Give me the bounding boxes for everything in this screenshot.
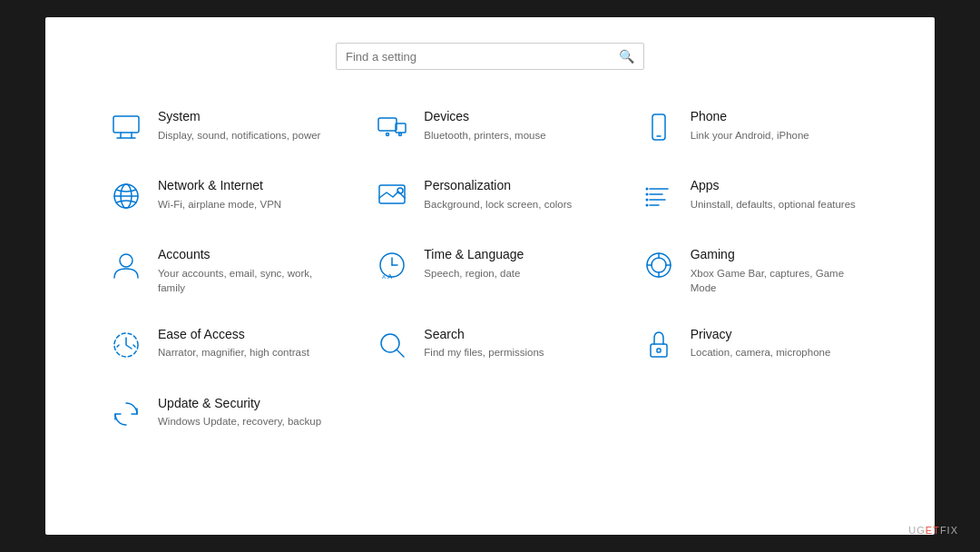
setting-item-time[interactable]: AA Time & Language Speech, region, date [366, 235, 613, 306]
settings-window: 🔍 System Display, sound, notifications, … [45, 17, 935, 535]
setting-item-apps[interactable]: Apps Uninstall, defaults, optional featu… [632, 166, 880, 226]
gaming-icon [640, 246, 678, 284]
setting-item-accounts[interactable]: Accounts Your accounts, email, sync, wor… [100, 235, 348, 306]
accounts-icon [107, 246, 145, 284]
setting-title-system: System [158, 108, 320, 126]
svg-rect-38 [651, 344, 667, 357]
svg-rect-39 [657, 349, 661, 352]
search-bar[interactable]: 🔍 [336, 43, 644, 70]
setting-title-ease: Ease of Access [158, 326, 309, 344]
setting-desc-update: Windows Update, recovery, backup [158, 414, 321, 429]
devices-icon [373, 108, 411, 146]
setting-title-personalization: Personalization [424, 177, 572, 195]
setting-desc-apps: Uninstall, defaults, optional features [691, 197, 856, 212]
setting-title-network: Network & Internet [158, 177, 281, 195]
privacy-icon [640, 326, 678, 364]
setting-title-time: Time & Language [424, 246, 524, 264]
personalization-icon [373, 177, 411, 215]
search-input[interactable] [346, 50, 619, 64]
setting-item-search[interactable]: Search Find my files, permissions [366, 315, 613, 375]
setting-title-update: Update & Security [158, 395, 321, 413]
setting-item-ease[interactable]: Ease of Access Narrator, magnifier, high… [100, 315, 348, 375]
setting-title-accounts: Accounts [158, 246, 339, 264]
setting-desc-privacy: Location, camera, microphone [691, 345, 831, 360]
setting-text-network: Network & Internet Wi-Fi, airplane mode,… [158, 177, 281, 212]
network-icon [107, 177, 145, 215]
setting-text-gaming: Gaming Xbox Game Bar, captures, Game Mod… [691, 246, 872, 295]
svg-text:A: A [387, 272, 393, 281]
svg-text:A: A [382, 274, 386, 280]
setting-desc-system: Display, sound, notifications, power [158, 128, 320, 143]
setting-title-phone: Phone [691, 108, 809, 126]
svg-point-19 [645, 188, 648, 191]
setting-desc-time: Speech, region, date [424, 266, 524, 281]
setting-text-system: System Display, sound, notifications, po… [158, 108, 320, 143]
setting-item-privacy[interactable]: Privacy Location, camera, microphone [632, 315, 880, 375]
setting-desc-personalization: Background, lock screen, colors [424, 197, 572, 212]
setting-item-network[interactable]: Network & Internet Wi-Fi, airplane mode,… [100, 166, 348, 226]
setting-text-personalization: Personalization Background, lock screen,… [424, 177, 572, 212]
branding: UGETFIX [908, 525, 958, 536]
ease-icon [107, 326, 145, 364]
setting-title-privacy: Privacy [691, 326, 831, 344]
setting-text-time: Time & Language Speech, region, date [424, 246, 524, 281]
update-icon [107, 395, 145, 433]
setting-text-devices: Devices Bluetooth, printers, mouse [424, 108, 545, 143]
setting-desc-accounts: Your accounts, email, sync, work, family [158, 266, 339, 295]
system-icon [107, 108, 145, 146]
svg-point-7 [399, 133, 402, 136]
search-icon [373, 326, 411, 364]
settings-grid: System Display, sound, notifications, po… [100, 97, 880, 444]
svg-point-20 [645, 193, 648, 196]
setting-desc-network: Wi-Fi, airplane mode, VPN [158, 197, 281, 212]
setting-item-system[interactable]: System Display, sound, notifications, po… [100, 97, 348, 157]
setting-text-update: Update & Security Windows Update, recove… [158, 395, 321, 429]
phone-icon [640, 108, 678, 146]
setting-text-search: Search Find my files, permissions [424, 326, 544, 360]
setting-desc-search: Find my files, permissions [424, 345, 544, 360]
setting-item-personalization[interactable]: Personalization Background, lock screen,… [366, 166, 613, 226]
setting-desc-devices: Bluetooth, printers, mouse [424, 128, 545, 143]
setting-title-search: Search [424, 326, 544, 344]
setting-title-gaming: Gaming [691, 246, 872, 264]
search-icon: 🔍 [619, 49, 634, 64]
svg-point-23 [120, 254, 132, 267]
svg-point-22 [645, 204, 648, 207]
setting-item-gaming[interactable]: Gaming Xbox Game Bar, captures, Game Mod… [632, 235, 880, 306]
svg-line-37 [397, 350, 404, 357]
setting-title-apps: Apps [691, 177, 856, 195]
svg-rect-0 [113, 116, 139, 133]
svg-point-30 [652, 258, 666, 272]
setting-text-accounts: Accounts Your accounts, email, sync, wor… [158, 246, 339, 295]
setting-text-phone: Phone Link your Android, iPhone [691, 108, 809, 143]
setting-title-devices: Devices [424, 108, 545, 126]
setting-text-apps: Apps Uninstall, defaults, optional featu… [691, 177, 856, 212]
apps-icon [640, 177, 678, 215]
setting-desc-phone: Link your Android, iPhone [691, 128, 809, 143]
svg-point-6 [387, 133, 389, 136]
setting-item-phone[interactable]: Phone Link your Android, iPhone [632, 97, 880, 157]
svg-rect-4 [378, 118, 397, 131]
setting-item-devices[interactable]: Devices Bluetooth, printers, mouse [366, 97, 613, 157]
setting-desc-gaming: Xbox Game Bar, captures, Game Mode [691, 266, 872, 295]
setting-text-ease: Ease of Access Narrator, magnifier, high… [158, 326, 309, 360]
svg-point-21 [645, 199, 648, 202]
setting-text-privacy: Privacy Location, camera, microphone [691, 326, 831, 360]
time-icon: AA [373, 246, 411, 284]
setting-desc-ease: Narrator, magnifier, high contrast [158, 345, 309, 360]
setting-item-update[interactable]: Update & Security Windows Update, recove… [100, 384, 348, 444]
